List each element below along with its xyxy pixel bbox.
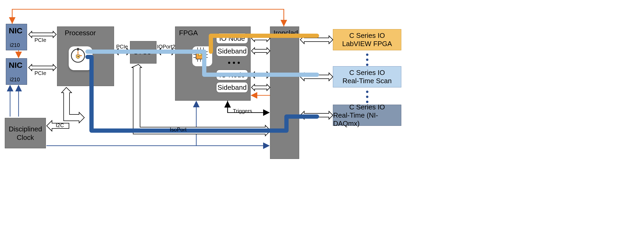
pcie-label-3: PCIe [116,44,128,50]
triggers-label: Triggers [233,108,252,114]
connectors-layer [0,0,644,249]
isoport-label: IsoPort [170,127,186,133]
ioport2-label: IOPort2 [157,44,175,50]
i2c-label: I2C [56,122,64,128]
pcie-label-2: PCIe [34,70,46,76]
pcie-label-1: PCIe [34,37,46,43]
